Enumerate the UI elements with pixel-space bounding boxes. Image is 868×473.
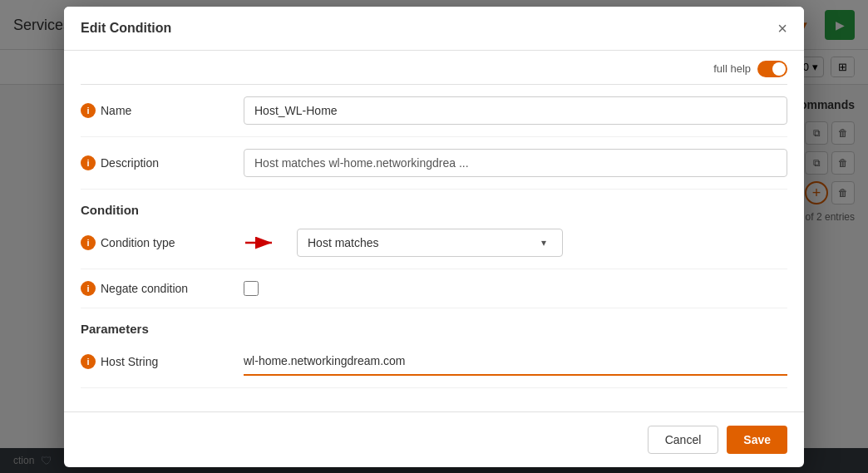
condition-type-info-icon: i — [81, 235, 96, 250]
negate-info-icon: i — [81, 281, 96, 296]
full-help-row: full help — [81, 51, 787, 84]
modal-footer: Cancel Save — [64, 411, 804, 467]
name-label: i Name — [81, 103, 230, 118]
full-help-label: full help — [713, 62, 751, 75]
host-string-info-icon: i — [81, 354, 96, 369]
save-button[interactable]: Save — [727, 426, 787, 454]
condition-type-select-wrapper: Host matches Path matches URL matches So… — [297, 229, 787, 257]
host-string-input[interactable] — [244, 347, 787, 376]
modal-overlay: Edit Condition × full help i Name — [0, 0, 868, 473]
description-row: i Description Host matches wl-home.netwo… — [81, 137, 787, 190]
host-string-row: i Host String — [81, 336, 787, 388]
negate-label: i Negate condition — [81, 281, 230, 296]
name-row: i Name — [81, 85, 787, 137]
description-label: i Description — [81, 155, 230, 170]
description-info-icon: i — [81, 155, 96, 170]
modal-header: Edit Condition × — [64, 7, 804, 51]
form-section: i Name i Description Host matches wl-hom… — [81, 84, 787, 388]
modal-body: full help i Name i Description — [64, 51, 804, 405]
modal-title: Edit Condition — [81, 21, 171, 36]
description-display[interactable]: Host matches wl-home.networkingdrea ... — [244, 149, 787, 177]
edit-condition-modal: Edit Condition × full help i Name — [64, 7, 804, 467]
cancel-button[interactable]: Cancel — [648, 426, 719, 454]
name-info-icon: i — [81, 103, 96, 118]
red-arrow-container — [244, 234, 277, 251]
red-arrow-icon — [244, 234, 277, 251]
negate-checkbox[interactable] — [244, 281, 259, 296]
negate-condition-row: i Negate condition — [81, 269, 787, 308]
condition-section-heading: Condition — [81, 190, 787, 217]
parameters-section-heading: Parameters — [81, 308, 787, 336]
condition-type-row: i Condition type — [81, 217, 787, 269]
condition-type-label: i Condition type — [81, 235, 230, 250]
condition-type-select[interactable]: Host matches Path matches URL matches So… — [297, 229, 563, 257]
name-input[interactable] — [244, 96, 787, 125]
close-button[interactable]: × — [777, 20, 787, 37]
full-help-toggle[interactable] — [757, 61, 787, 77]
host-string-label: i Host String — [81, 354, 230, 369]
